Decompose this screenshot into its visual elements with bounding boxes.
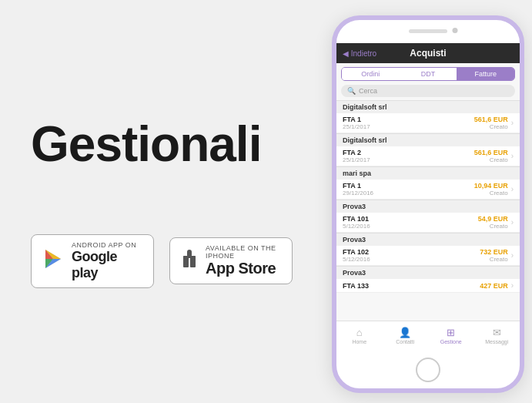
- tab-bar: ⌂ Home 👤 Contatti ⊞ Gestione ✉ Messaggi: [336, 321, 520, 350]
- tab-messaggi[interactable]: ✉ Messaggi: [474, 327, 520, 344]
- invoice-right: 561,6 EUR Creato ›: [474, 116, 514, 130]
- invoice-date: 5/12/2016: [343, 223, 370, 230]
- segment-fatture[interactable]: Fatture: [457, 68, 514, 80]
- svg-rect-8: [190, 256, 196, 267]
- invoice-right: 10,94 EUR Creato ›: [474, 182, 514, 196]
- tab-gestione[interactable]: ⊞ Gestione: [428, 327, 474, 344]
- chevron-icon: ›: [511, 218, 514, 227]
- chevron-icon: ›: [511, 281, 514, 290]
- invoice-code: FTA 1: [343, 116, 370, 123]
- phone-outer: ◀ Indietro Acquisti Ordini DDT Fatture 🔍…: [332, 15, 524, 393]
- invoice-item[interactable]: FTA 2 25/1/2017 561,6 EUR Creato ›: [336, 146, 520, 166]
- invoice-eur: 10,94 EUR: [474, 182, 508, 190]
- home-icon: ⌂: [356, 327, 363, 338]
- invoice-left: FTA 1 29/12/2016: [343, 182, 373, 196]
- invoice-amount: 427 EUR: [480, 282, 508, 290]
- invoice-left: FTA 1 25/1/2017: [343, 116, 370, 130]
- app-store-badge[interactable]: Available on the iPhone App Store: [169, 237, 293, 284]
- invoice-left: FTA 102 5/12/2016: [343, 248, 370, 263]
- invoice-eur: 427 EUR: [480, 282, 508, 290]
- invoice-right: 54,9 EUR Creato ›: [478, 215, 514, 230]
- main-title: Gestionali: [31, 116, 293, 173]
- invoice-code: FTA 2: [343, 149, 370, 156]
- invoice-code: FTA 1: [343, 182, 373, 190]
- group-header-3: mari spa: [336, 166, 520, 180]
- contatti-icon: 👤: [399, 327, 411, 338]
- tab-home-label: Home: [352, 339, 366, 344]
- search-placeholder: Cerca: [359, 87, 377, 95]
- search-icon: 🔍: [347, 87, 356, 95]
- invoice-right: 561,6 EUR Creato ›: [474, 149, 514, 163]
- invoice-item[interactable]: FTA 102 5/12/2016 732 EUR Creato ›: [336, 246, 520, 266]
- messaggi-icon: ✉: [493, 327, 501, 338]
- svg-rect-7: [183, 256, 189, 267]
- invoice-left: FTA 101 5/12/2016: [343, 215, 370, 230]
- segment-control: Ordini DDT Fatture: [341, 67, 515, 81]
- google-play-text: ANDROID APP ON Google play: [72, 241, 142, 281]
- invoice-date: 29/12/2016: [343, 190, 373, 196]
- invoice-right: 427 EUR ›: [480, 281, 514, 290]
- invoice-code: FTA 133: [343, 282, 369, 290]
- segment-ddt[interactable]: DDT: [400, 68, 457, 80]
- chevron-icon: ›: [511, 152, 514, 160]
- invoice-item[interactable]: FTA 1 29/12/2016 10,94 EUR Creato ›: [336, 180, 520, 200]
- chevron-icon: ›: [511, 251, 514, 260]
- nav-bar: ◀ Indietro Acquisti: [336, 43, 520, 63]
- phone-camera: [453, 28, 458, 33]
- invoice-left: FTA 2 25/1/2017: [343, 149, 370, 163]
- chevron-icon: ›: [511, 185, 514, 193]
- invoice-eur: 732 EUR: [480, 248, 508, 256]
- group-header-2: Digitalsoft srl: [336, 133, 520, 146]
- group-header-4: Prova3: [336, 200, 520, 213]
- left-section: Gestionali ANDROID APP ON Google play: [0, 0, 323, 403]
- phone-home-button[interactable]: [416, 358, 440, 382]
- tab-home[interactable]: ⌂ Home: [336, 327, 383, 344]
- invoice-status: Creato: [490, 156, 508, 163]
- invoice-item[interactable]: FTA 101 5/12/2016 54,9 EUR Creato ›: [336, 213, 520, 233]
- invoice-amount: 54,9 EUR Creato: [478, 215, 508, 230]
- invoice-amount: 10,94 EUR Creato: [474, 182, 508, 196]
- invoice-status: Creato: [490, 256, 508, 263]
- phone-screen: ◀ Indietro Acquisti Ordini DDT Fatture 🔍…: [336, 43, 520, 350]
- invoice-date: 5/12/2016: [343, 256, 370, 263]
- invoice-item[interactable]: FTA 133 427 EUR ›: [336, 279, 520, 293]
- segment-ordini[interactable]: Ordini: [342, 68, 400, 80]
- invoice-eur: 561,6 EUR: [474, 116, 508, 123]
- group-header-5: Prova3: [336, 233, 520, 246]
- invoice-code: FTA 101: [343, 215, 370, 223]
- phone-speaker: [409, 29, 447, 33]
- nav-back-button[interactable]: ◀ Indietro: [343, 49, 386, 58]
- google-play-icon: [42, 248, 64, 274]
- app-store-icon: [181, 248, 198, 274]
- invoice-left: FTA 133: [343, 282, 369, 290]
- invoice-item[interactable]: FTA 1 25/1/2017 561,6 EUR Creato ›: [336, 113, 520, 133]
- invoice-date: 25/1/2017: [343, 123, 370, 130]
- invoice-eur: 561,6 EUR: [474, 149, 508, 156]
- invoice-amount: 561,6 EUR Creato: [474, 149, 508, 163]
- invoice-amount: 732 EUR Creato: [480, 248, 508, 263]
- tab-contatti-label: Contatti: [396, 339, 414, 344]
- app-store-name: App Store: [206, 260, 281, 277]
- search-bar[interactable]: 🔍 Cerca: [341, 85, 515, 97]
- invoice-eur: 54,9 EUR: [478, 215, 508, 223]
- app-store-small-text: Available on the iPhone: [206, 244, 281, 260]
- store-buttons: ANDROID APP ON Google play Available on …: [31, 234, 293, 288]
- invoice-code: FTA 102: [343, 248, 370, 256]
- group-header-6: Prova3: [336, 266, 520, 279]
- phone-mockup: ◀ Indietro Acquisti Ordini DDT Fatture 🔍…: [332, 15, 524, 393]
- invoice-list: Digitalsoft srl FTA 1 25/1/2017 561,6 EU…: [336, 100, 520, 345]
- app-store-text: Available on the iPhone App Store: [206, 244, 281, 277]
- chevron-icon: ›: [511, 119, 514, 127]
- group-header-1: Digitalsoft srl: [336, 100, 520, 113]
- google-play-small-text: ANDROID APP ON: [72, 241, 142, 249]
- invoice-status: Creato: [490, 190, 508, 196]
- tab-gestione-label: Gestione: [440, 339, 462, 344]
- tab-contatti[interactable]: 👤 Contatti: [383, 327, 429, 344]
- gestione-icon: ⊞: [447, 327, 455, 338]
- invoice-date: 25/1/2017: [343, 156, 370, 163]
- google-play-badge[interactable]: ANDROID APP ON Google play: [31, 234, 154, 288]
- nav-title: Acquisti: [386, 48, 471, 59]
- google-play-name: Google play: [72, 249, 142, 281]
- tab-messaggi-label: Messaggi: [485, 339, 508, 344]
- invoice-status: Creato: [490, 223, 508, 230]
